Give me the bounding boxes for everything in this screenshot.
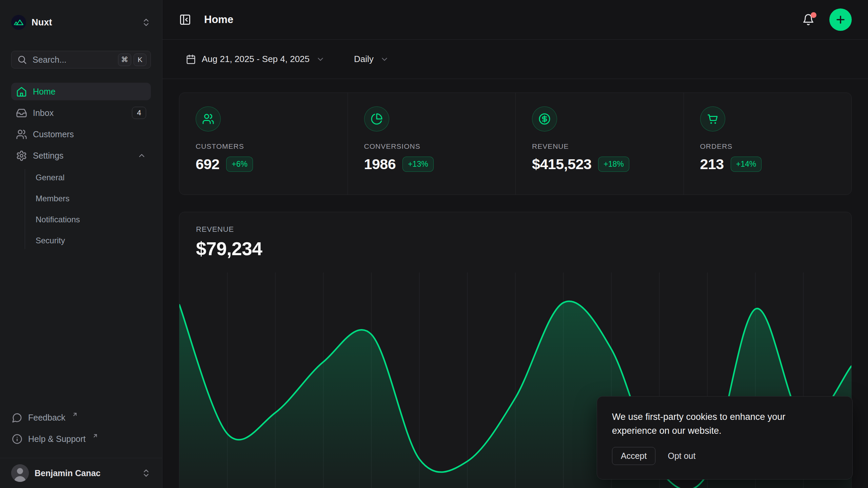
help-support-link[interactable]: Help & Support bbox=[11, 430, 151, 448]
stat-delta-badge: +14% bbox=[731, 157, 762, 172]
info-circle-icon bbox=[12, 434, 22, 444]
sidebar-nav: Home Inbox 4 Customers bbox=[11, 83, 151, 249]
pie-chart-icon bbox=[364, 106, 389, 131]
chevron-down-icon bbox=[380, 55, 389, 64]
settings-subnav: General Members Notifications Security bbox=[25, 169, 151, 249]
granularity-select[interactable]: Daily bbox=[347, 49, 396, 69]
stat-customers[interactable]: CUSTOMERS 692 +6% bbox=[179, 93, 348, 195]
date-range-value: Aug 21, 2025 - Sep 4, 2025 bbox=[202, 54, 310, 64]
avatar bbox=[11, 464, 29, 482]
stat-label: CUSTOMERS bbox=[196, 142, 331, 150]
calendar-icon bbox=[186, 54, 196, 64]
panel-left-close-icon bbox=[179, 14, 191, 26]
stat-orders[interactable]: ORDERS 213 +14% bbox=[684, 93, 852, 195]
search-shortcut: ⌘ K bbox=[118, 54, 146, 66]
feedback-link[interactable]: Feedback bbox=[11, 409, 151, 426]
revenue-chart-label: REVENUE bbox=[196, 225, 835, 234]
workspace-row: Nuxt bbox=[11, 14, 151, 31]
workspace-name: Nuxt bbox=[32, 17, 52, 28]
sidebar-item-label: Customers bbox=[33, 129, 74, 139]
message-bubble-icon bbox=[12, 412, 22, 423]
sidebar-item-label: Inbox bbox=[33, 108, 54, 118]
external-link-icon bbox=[92, 433, 98, 439]
cookie-banner: We use first-party cookies to enhance yo… bbox=[597, 396, 853, 480]
nuxt-logo-icon bbox=[11, 15, 26, 30]
chevron-down-icon bbox=[316, 55, 325, 64]
stat-value: 213 bbox=[700, 156, 724, 172]
sidebar-item-general[interactable]: General bbox=[36, 169, 151, 186]
chevron-up-down-icon[interactable] bbox=[141, 18, 151, 27]
user-menu[interactable]: Benjamin Canac bbox=[0, 458, 162, 488]
stat-label: CONVERSIONS bbox=[364, 142, 499, 150]
sidebar-item-notifications[interactable]: Notifications bbox=[36, 211, 151, 228]
dollar-circle-icon bbox=[532, 106, 557, 131]
search-placeholder: Search... bbox=[33, 55, 113, 65]
stat-delta-badge: +18% bbox=[598, 157, 629, 172]
chevron-up-down-icon bbox=[141, 468, 151, 478]
cookie-message: We use first-party cookies to enhance yo… bbox=[612, 410, 822, 438]
stat-label: REVENUE bbox=[532, 142, 667, 150]
plus-icon bbox=[835, 14, 846, 25]
stat-value: 692 bbox=[196, 156, 219, 172]
granularity-value: Daily bbox=[354, 54, 374, 64]
stat-revenue[interactable]: REVENUE $415,523 +18% bbox=[515, 93, 684, 195]
stat-delta-badge: +6% bbox=[226, 157, 253, 172]
sidebar-item-settings[interactable]: Settings bbox=[11, 147, 151, 164]
sidebar: Nuxt Search... ⌘ K bbox=[0, 0, 162, 488]
sidebar-item-inbox[interactable]: Inbox 4 bbox=[11, 104, 151, 122]
sidebar-item-label: Home bbox=[33, 87, 56, 97]
cookie-optout-button[interactable]: Opt out bbox=[668, 451, 695, 461]
workspace-switcher[interactable]: Nuxt bbox=[11, 15, 52, 30]
add-button[interactable] bbox=[829, 8, 852, 31]
search-input[interactable]: Search... ⌘ K bbox=[11, 51, 151, 68]
sidebar-footer-nav: Feedback Help & Support bbox=[11, 409, 151, 458]
stat-value: $415,523 bbox=[532, 156, 591, 172]
feedback-label: Feedback bbox=[28, 413, 65, 423]
gear-icon bbox=[16, 150, 27, 161]
user-name: Benjamin Canac bbox=[35, 468, 101, 478]
external-link-icon bbox=[72, 411, 78, 418]
users-icon bbox=[16, 129, 27, 140]
help-support-label: Help & Support bbox=[28, 434, 86, 444]
inbox-count-badge: 4 bbox=[132, 107, 146, 119]
users-icon bbox=[196, 106, 221, 131]
revenue-chart-value: $79,234 bbox=[196, 238, 835, 260]
search-icon bbox=[17, 55, 27, 65]
sidebar-item-security[interactable]: Security bbox=[36, 232, 151, 249]
page-title: Home bbox=[204, 14, 233, 26]
sidebar-item-home[interactable]: Home bbox=[11, 83, 151, 100]
stat-value: 1986 bbox=[364, 156, 396, 172]
stat-conversions[interactable]: CONVERSIONS 1986 +13% bbox=[348, 93, 516, 195]
notifications-button[interactable] bbox=[797, 10, 819, 29]
sidebar-item-label: Settings bbox=[33, 151, 63, 161]
inbox-icon bbox=[16, 107, 27, 119]
sidebar-item-members[interactable]: Members bbox=[36, 190, 151, 207]
chevron-up-icon bbox=[137, 151, 146, 160]
home-icon bbox=[16, 86, 27, 97]
app-window: Nuxt Search... ⌘ K bbox=[0, 0, 868, 488]
collapse-sidebar-button[interactable] bbox=[179, 10, 196, 29]
date-range-picker[interactable]: Aug 21, 2025 - Sep 4, 2025 bbox=[179, 49, 332, 69]
stat-delta-badge: +13% bbox=[402, 157, 433, 172]
notification-dot bbox=[811, 12, 816, 18]
kbd-k: K bbox=[134, 54, 146, 66]
cookie-accept-button[interactable]: Accept bbox=[612, 447, 655, 465]
kbd-cmd: ⌘ bbox=[118, 54, 131, 66]
page-header: Home bbox=[162, 0, 868, 40]
sidebar-item-customers[interactable]: Customers bbox=[11, 125, 151, 143]
cart-icon bbox=[700, 106, 725, 131]
filters-toolbar: Aug 21, 2025 - Sep 4, 2025 Daily bbox=[162, 40, 868, 79]
stat-label: ORDERS bbox=[700, 142, 835, 150]
stats-panel: CUSTOMERS 692 +6% CONVERSIONS 1986 +13% bbox=[179, 93, 852, 195]
